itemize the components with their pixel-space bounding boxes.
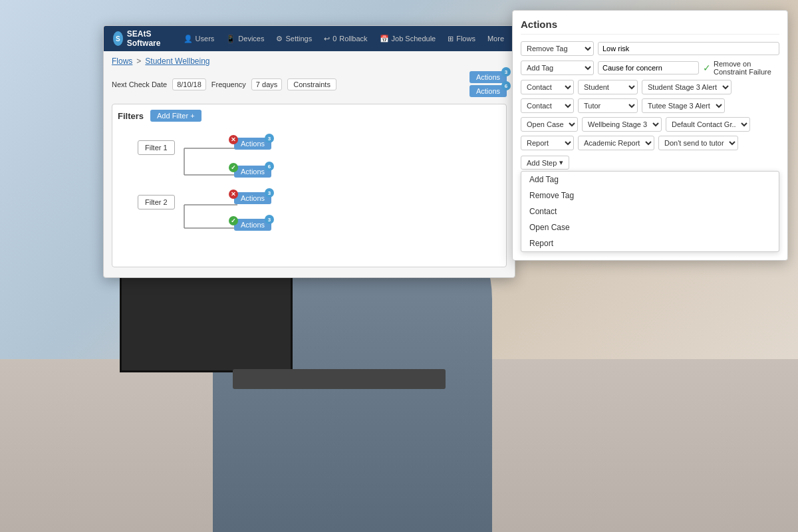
breadcrumb-parent[interactable]: Flows — [112, 57, 132, 66]
breadcrumb-current[interactable]: Student Wellbeing — [145, 57, 209, 66]
flow-diagram: Filter 1 3 ✕ Actions 6 ✓ Actions Filter … — [118, 128, 501, 261]
f1-top-badge: 3 — [265, 134, 274, 143]
nav-devices-label: Devices — [238, 35, 264, 43]
add-step-container: Add Step ▾ Add Tag Remove Tag Contact Op… — [521, 156, 779, 252]
action-type-select-2[interactable]: Add Tag — [521, 61, 594, 75]
action-type-select-6[interactable]: Report — [521, 136, 574, 150]
action-type-select-1[interactable]: Remove Tag — [521, 41, 594, 56]
action-col3-select-3[interactable]: Student Stage 3 Alert — [642, 80, 732, 94]
action-row-1: Remove Tag — [521, 41, 779, 56]
dropdown-item-removetag[interactable]: Remove Tag — [521, 188, 779, 203]
add-step-row: Add Step ▾ — [521, 156, 779, 170]
nav-users-label: Users — [196, 35, 215, 43]
nav-item-settings[interactable]: ⚙ Settings — [271, 32, 317, 46]
actions-top-badge1: 3 — [501, 67, 511, 76]
nav-flows-label: Flows — [456, 35, 475, 43]
next-check-label: Next Check Date — [112, 80, 167, 88]
devices-icon: 📱 — [226, 35, 235, 43]
logo-text: SEAtS Software — [127, 29, 168, 48]
frequency-input[interactable]: 7 days — [251, 78, 282, 90]
nav-settings-label: Settings — [285, 35, 312, 43]
filter1-actions-top: 3 ✕ Actions — [234, 138, 271, 150]
dropdown-item-opencase[interactable]: Open Case — [521, 219, 779, 235]
f1-bot-check: ✓ — [229, 163, 238, 172]
flow-svg — [118, 128, 501, 261]
f2-bot-badge: 3 — [265, 215, 274, 224]
f2-top-badge: 3 — [265, 188, 274, 198]
nav-jobschedule-label: Job Schedule — [392, 35, 436, 43]
filter2-label: Filter 2 — [145, 198, 168, 206]
action-row-5: Open Case Wellbeing Stage 3 Default Cont… — [521, 117, 779, 132]
nav-item-rollback[interactable]: ↩ 0 Rollback — [319, 32, 372, 46]
f2-top-x: ✕ — [229, 190, 238, 199]
dropdown-item-contact[interactable]: Contact — [521, 203, 779, 219]
settings-icon: ⚙ — [276, 35, 283, 43]
action-row-2: Add Tag ✓ Remove on Constraint Failure — [521, 60, 779, 76]
action-row-4: Contact Tutor Tutee Stage 3 Alert — [521, 98, 779, 113]
add-step-arrow: ▾ — [559, 158, 563, 167]
add-step-dropdown: Add Tag Remove Tag Contact Open Case Rep… — [521, 171, 779, 252]
nav-item-users[interactable]: 👤 Users — [178, 32, 220, 46]
controls-row: Next Check Date 8/10/18 Frequency 7 days… — [112, 71, 507, 97]
jobschedule-icon: 📅 — [380, 35, 389, 43]
keyboard — [233, 369, 446, 389]
add-filter-button[interactable]: Add Filter + — [150, 110, 201, 122]
action-type-select-5[interactable]: Open Case — [521, 117, 578, 132]
constraints-button[interactable]: Constraints — [287, 78, 336, 90]
filter2-box: Filter 2 — [138, 195, 175, 209]
action-col3-select-5[interactable]: Default Contact Gr.. — [666, 117, 750, 132]
nav-more-label: More — [487, 35, 504, 43]
checkbox-label-2: Remove on Constraint Failure — [714, 60, 779, 76]
nav-bar: S SEAtS Software 👤 Users 📱 Devices ⚙ Set… — [104, 26, 515, 51]
actions-top-badge2: 6 — [501, 81, 511, 90]
dropdown-item-report[interactable]: Report — [521, 235, 779, 251]
filter2-actions-top: 3 ✕ Actions — [234, 192, 271, 204]
action-col3-select-4[interactable]: Tutee Stage 3 Alert — [642, 98, 725, 113]
breadcrumb: Flows > Student Wellbeing — [112, 57, 507, 66]
action-value-input-1[interactable] — [598, 42, 779, 55]
action-row-3: Contact Student Student Stage 3 Alert — [521, 80, 779, 94]
breadcrumb-separator: > — [136, 57, 141, 66]
action-col2-select-4[interactable]: Tutor — [578, 98, 638, 113]
action-type-select-4[interactable]: Contact — [521, 98, 574, 113]
actions-panel-title: Actions — [521, 19, 779, 35]
action-type-select-3[interactable]: Contact — [521, 80, 574, 94]
action-value-input-2[interactable] — [598, 61, 699, 74]
filters-header: Filters Add Filter + — [118, 110, 501, 122]
nav-item-jobschedule[interactable]: 📅 Job Schedule — [374, 32, 442, 46]
add-step-label: Add Step — [527, 159, 557, 167]
next-check-input[interactable]: 8/10/18 — [172, 78, 206, 90]
add-step-button[interactable]: Add Step ▾ — [521, 156, 569, 170]
nav-logo: S SEAtS Software — [109, 29, 172, 48]
filter2-actions-bottom: 3 ✓ Actions — [234, 219, 271, 231]
nav-item-more[interactable]: More — [482, 32, 509, 45]
actions-panel: Actions Remove Tag Add Tag ✓ Remove on C… — [512, 10, 788, 261]
filters-section: Filters Add Filter + Filter 1 — [112, 104, 507, 267]
rollback-icon: ↩ — [324, 35, 330, 43]
filters-title: Filters — [118, 111, 144, 121]
action-col2-select-6[interactable]: Academic Report — [578, 136, 654, 150]
filter1-box: Filter 1 — [138, 140, 175, 155]
app-window: S SEAtS Software 👤 Users 📱 Devices ⚙ Set… — [103, 25, 515, 278]
action-col2-select-5[interactable]: Wellbeing Stage 3 — [582, 117, 662, 132]
nav-rollback-badge: 0 — [332, 35, 336, 43]
checkbox-checked-icon: ✓ — [703, 63, 711, 73]
nav-item-flows[interactable]: ⊞ Flows — [442, 32, 481, 46]
users-icon: 👤 — [184, 35, 193, 43]
logo-icon: S — [113, 31, 123, 46]
frequency-label: Frequency — [211, 80, 246, 88]
nav-rollback-label: Rollback — [339, 35, 367, 43]
f2-bot-check: ✓ — [229, 216, 238, 225]
checkbox-row-2: ✓ Remove on Constraint Failure — [703, 60, 779, 76]
f1-bot-badge: 6 — [265, 162, 274, 171]
dropdown-item-addtag[interactable]: Add Tag — [521, 172, 779, 188]
content-area: Flows > Student Wellbeing Next Check Dat… — [104, 51, 515, 273]
flows-icon: ⊞ — [448, 35, 454, 43]
action-row-6: Report Academic Report Don't send to tut… — [521, 136, 779, 150]
filter1-label: Filter 1 — [145, 144, 168, 152]
f1-top-x: ✕ — [229, 135, 238, 144]
filter1-actions-bottom: 6 ✓ Actions — [234, 166, 271, 178]
action-col3-select-6[interactable]: Don't send to tutor — [658, 136, 738, 150]
nav-item-devices[interactable]: 📱 Devices — [221, 32, 269, 46]
action-col2-select-3[interactable]: Student — [578, 80, 638, 94]
